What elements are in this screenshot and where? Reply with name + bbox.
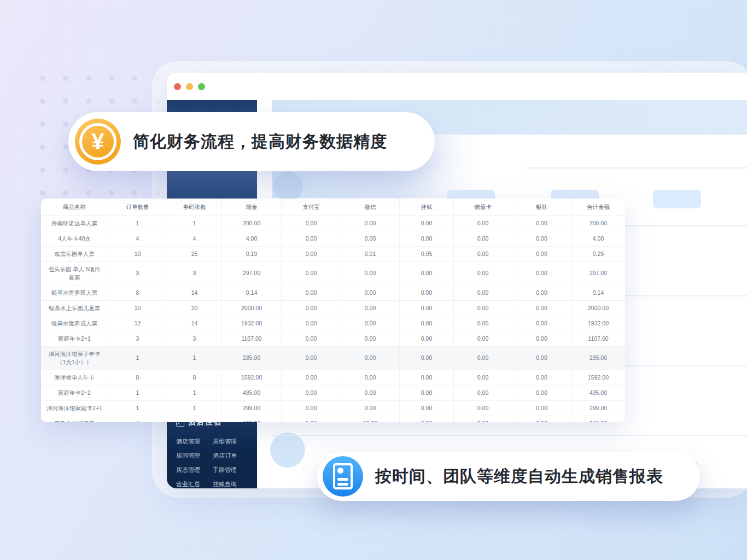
table-cell: 0.00 [512, 247, 571, 261]
sidebar-item-hotel-orders[interactable]: 酒店订单 [213, 452, 237, 460]
sidebar-item-handcard-mgmt[interactable]: 手牌管理 [213, 466, 237, 474]
table-cell: 家庭年卡2+2 [41, 386, 108, 400]
table-cell: 银基水世界双人票 [41, 285, 108, 300]
table-cell: 10 [108, 247, 167, 261]
column-header: 商品名称 [41, 199, 108, 215]
skeleton-divider [526, 167, 747, 168]
table-cell: 0.00 [512, 285, 571, 300]
table-row: 司马台长城滑索44180.000.0060.000.000.000.00240.… [41, 416, 625, 422]
table-cell: 2000.00 [222, 301, 282, 316]
table-cell: 1932.00 [571, 316, 625, 331]
table-cell: 1107.00 [222, 331, 282, 346]
table-cell: 0.00 [341, 401, 400, 416]
table-cell: 3 [167, 331, 222, 346]
table-cell: 0.00 [282, 316, 341, 331]
table-cell: 0.00 [282, 347, 341, 370]
table-cell: 180.00 [222, 416, 282, 422]
table-cell: 299.00 [222, 401, 282, 416]
report-callout: 按时间、团队等维度自动生成销售报表 [317, 452, 700, 501]
table-cell: 0.00 [400, 285, 454, 300]
table-cell: 0.00 [400, 262, 454, 285]
table-cell: 4.00 [571, 231, 625, 246]
table-cell: 0.00 [400, 347, 454, 370]
table-cell: 0.00 [512, 370, 571, 385]
table-cell: 0.00 [512, 316, 571, 331]
table-cell: 1 [108, 401, 167, 416]
table-cell: 200.00 [222, 216, 282, 231]
sidebar-item-hotel-mgmt[interactable]: 酒店管理 [176, 438, 200, 446]
table-cell: 0.00 [454, 231, 512, 246]
table-cell: 12 [108, 316, 167, 331]
table-cell: 25 [167, 247, 222, 261]
column-header: 微信 [341, 199, 400, 215]
sidebar-item-roomtype-mgmt[interactable]: 房型管理 [213, 438, 237, 446]
table-cell: 0.00 [454, 316, 512, 331]
table-cell: 0.00 [341, 331, 400, 346]
table-cell: 0.00 [341, 216, 400, 231]
column-header: 订单数量 [108, 199, 167, 215]
finance-callout-text: 简化财务流程，提高财务数据精度 [133, 131, 387, 153]
table-cell: 3 [108, 331, 167, 346]
table-cell: 0.00 [512, 386, 571, 400]
table-row: 海南呀诺达单人票11200.000.000.000.000.000.00200.… [41, 216, 625, 231]
table-cell: 0.00 [341, 386, 400, 400]
table-cell: 0.00 [341, 347, 400, 370]
table-cell: 1 [167, 216, 222, 231]
table-row: 漯河海洋馆家庭卡2+111299.000.000.000.000.000.002… [41, 401, 625, 416]
table-cell: 0.00 [341, 370, 400, 385]
table-row: 家庭年卡2+1331107.000.000.000.000.000.001107… [41, 331, 625, 347]
table-cell: 8 [108, 370, 167, 385]
table-cell: 435.00 [222, 386, 282, 400]
maximize-window-icon[interactable] [198, 83, 205, 90]
table-cell: 0.00 [341, 231, 400, 246]
table-cell: 漯河海洋馆家庭卡2+1 [41, 401, 108, 416]
sidebar-item-room-mgmt[interactable]: 房间管理 [176, 452, 200, 460]
table-cell: 1 [167, 386, 222, 400]
table-cell: 0.00 [454, 416, 512, 422]
table-cell: 0.00 [282, 401, 341, 416]
table-cell: 1 [167, 347, 222, 370]
close-window-icon[interactable] [174, 83, 181, 90]
sales-report-table-card: 商品名称订单数量券码张数现金支付宝微信挂账储值卡银联合计金额 海南呀诺达单人票1… [41, 199, 625, 422]
table-cell: 1 [167, 401, 222, 416]
table-cell: 4 [167, 231, 222, 246]
table-cell: 0.00 [400, 416, 454, 422]
table-cell: 0.00 [400, 216, 454, 231]
table-cell: 司马台长城滑索 [41, 416, 108, 422]
decor-circle [273, 172, 303, 201]
table-cell: 0.00 [400, 331, 454, 346]
yen-coin-icon: ¥ [75, 119, 121, 165]
table-cell: 1 [108, 386, 167, 400]
report-document-icon [323, 456, 363, 497]
table-cell: 4.00 [222, 231, 282, 246]
table-cell: 0.00 [282, 370, 341, 385]
table-cell: 1932.00 [222, 316, 282, 331]
table-cell: 0.00 [282, 416, 341, 422]
table-cell: 0.00 [512, 301, 571, 316]
table-cell: 2000.00 [571, 301, 625, 316]
table-cell: 1107.00 [571, 331, 625, 346]
table-cell: 0.00 [282, 301, 341, 316]
column-header: 券码张数 [167, 199, 222, 215]
table-cell: 0.00 [454, 216, 512, 231]
table-row: 家庭年卡2+211435.000.000.000.000.000.00435.0… [41, 386, 625, 401]
table-cell: 14 [167, 285, 222, 300]
table-cell: 235.00 [222, 347, 282, 370]
minimize-window-icon[interactable] [186, 83, 193, 90]
column-header: 银联 [512, 199, 571, 215]
column-header: 现金 [222, 199, 282, 215]
page-canvas: 店铺列表 微商城装修 酒店住宿 酒店管理房型管理房间管理酒店订单房态管理手牌管理… [0, 0, 747, 560]
table-cell: 200.00 [571, 216, 625, 231]
decor-circle [270, 433, 305, 468]
table-cell: 包头乐园 单人 5项目套票 [41, 262, 108, 285]
sidebar-item-business-summary[interactable]: 营业汇总 [176, 480, 200, 488]
table-cell: 0.00 [341, 285, 400, 300]
table-row: 海洋馆单人年卡881592.000.000.000.000.000.001592… [41, 370, 625, 386]
table-cell: 0.00 [512, 262, 571, 285]
table-cell: 10 [108, 301, 167, 316]
sidebar-item-credit-query[interactable]: 挂账查询 [213, 480, 237, 488]
finance-callout: ¥ 简化财务流程，提高财务数据精度 [68, 112, 435, 171]
table-row: 4人年卡40次444.000.000.000.000.000.004.00 [41, 231, 625, 247]
sidebar-item-roomstatus-mgmt[interactable]: 房态管理 [176, 466, 200, 474]
table-cell: 0.00 [454, 347, 512, 370]
